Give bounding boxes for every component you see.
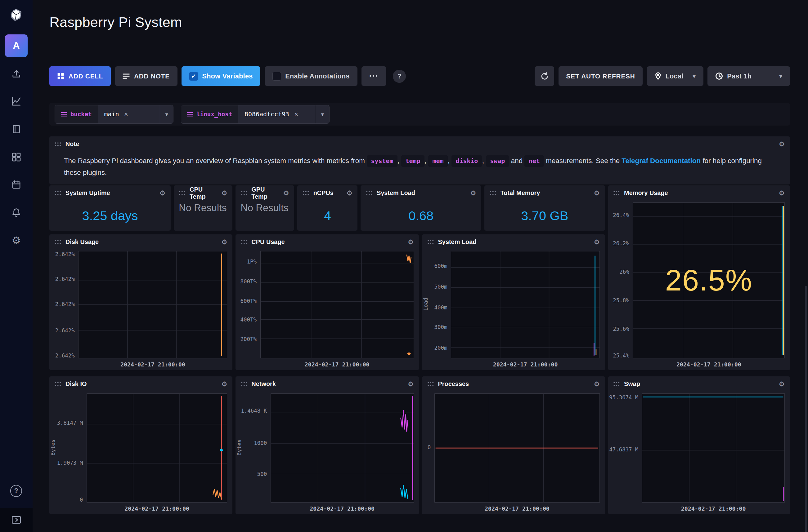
time-range-label: Past 1h <box>727 72 752 80</box>
drag-handle-icon[interactable] <box>55 142 61 147</box>
x-axis-label: 2024-02-17 21:00:00 <box>271 505 414 512</box>
enable-annotations-label: Enable Annotations <box>285 72 350 80</box>
gear-icon[interactable]: ⚙ <box>160 189 165 197</box>
drag-handle-icon[interactable] <box>490 191 496 195</box>
notebooks-icon[interactable] <box>10 123 22 135</box>
add-cell-label: ADD CELL <box>69 73 103 80</box>
drag-handle-icon[interactable] <box>241 382 247 386</box>
cell-swap: Swap ⚙ 95.3674 M 47.6837 M <box>608 376 790 514</box>
refresh-icon[interactable] <box>535 66 554 86</box>
drag-handle-icon[interactable] <box>55 191 61 195</box>
swap-plot[interactable] <box>642 394 785 502</box>
gear-icon[interactable]: ⚙ <box>779 380 785 388</box>
dashboards-icon[interactable] <box>10 151 22 163</box>
disk-io-plot[interactable] <box>87 394 227 502</box>
bucket-select[interactable]: main × <box>98 106 160 124</box>
code-tag: swap <box>486 155 509 167</box>
drag-handle-icon[interactable] <box>613 382 620 386</box>
sidebar-bottom: ? <box>0 485 33 532</box>
gear-icon[interactable]: ⚙ <box>221 380 227 388</box>
drag-handle-icon[interactable] <box>241 240 247 244</box>
alerts-bell-icon[interactable] <box>10 207 22 219</box>
cell-network: Network ⚙ Bytes 1.4648 K 1000 500 <box>236 376 419 514</box>
memory-usage-value: 26.5% <box>633 263 785 297</box>
tasks-calendar-icon[interactable] <box>10 178 22 191</box>
processes-plot[interactable] <box>435 394 600 502</box>
gear-icon[interactable]: ⚙ <box>594 238 600 246</box>
set-auto-refresh-button[interactable]: SET AUTO REFRESH <box>558 66 643 86</box>
cell-cpu-usage: CPU Usage ⚙ 1P% 800T% 600T% 400T% 200T% <box>236 234 419 370</box>
drag-handle-icon[interactable] <box>427 382 434 386</box>
drag-handle-icon[interactable] <box>179 191 186 195</box>
sidebar-nav: ⚙ <box>10 68 22 247</box>
scrollbar[interactable] <box>805 286 807 532</box>
drag-handle-icon[interactable] <box>302 191 309 195</box>
gear-icon[interactable]: ⚙ <box>779 140 785 148</box>
gear-icon[interactable]: ⚙ <box>221 189 227 197</box>
cell-title: Disk Usage <box>66 239 99 246</box>
drag-handle-icon[interactable] <box>427 240 434 244</box>
enable-annotations-toggle[interactable]: Enable Annotations <box>265 66 357 86</box>
more-icon: ··· <box>369 72 379 81</box>
gear-icon[interactable]: ⚙ <box>594 189 600 197</box>
upload-icon[interactable] <box>10 68 22 80</box>
variable-bucket-handle[interactable]: bucket <box>55 106 98 124</box>
drag-handle-icon[interactable] <box>55 240 61 244</box>
code-tag: temp <box>401 155 424 167</box>
gear-icon[interactable]: ⚙ <box>408 380 414 388</box>
cell-gpu-temp: GPU Temp ⚙ No Results <box>236 185 294 231</box>
system-load-plot[interactable] <box>451 251 600 358</box>
cell-title: nCPUs <box>313 189 334 196</box>
gear-icon[interactable]: ⚙ <box>283 189 289 197</box>
memory-usage-plot[interactable]: 26.5% <box>633 203 785 358</box>
drag-handle-icon[interactable] <box>241 191 247 195</box>
x-axis-label: 2024-02-17 21:00:00 <box>642 505 785 512</box>
network-plot[interactable] <box>271 394 414 502</box>
checkbox-checked-icon[interactable]: ✓ <box>189 72 198 81</box>
clear-icon[interactable]: × <box>294 110 298 118</box>
chevron-down-icon[interactable]: ▾ <box>160 106 173 124</box>
stat-value: 0.68 <box>408 208 434 223</box>
cpu-usage-plot[interactable] <box>260 251 414 358</box>
influxdb-logo[interactable] <box>10 9 22 21</box>
chevron-down-icon[interactable]: ▾ <box>316 106 329 124</box>
time-range-dropdown[interactable]: Past 1h ▾ <box>708 66 790 86</box>
cell-disk-io: Disk IO ⚙ Bytes 3.8147 M 1.9073 M 0 <box>49 376 233 514</box>
timezone-dropdown[interactable]: Local ▾ <box>647 66 703 86</box>
timezone-label: Local <box>665 72 683 80</box>
telegraf-documentation-link[interactable]: Telegraf Documentation <box>622 157 701 165</box>
drag-handle-icon[interactable] <box>613 191 620 195</box>
add-cell-button[interactable]: ADD CELL <box>49 66 111 86</box>
cell-disk-usage: Disk Usage ⚙ 2.642% 2.642% 2.642% 2.642%… <box>49 234 233 370</box>
avatar[interactable]: A <box>5 34 27 57</box>
x-axis-label: 2024-02-17 21:00:00 <box>78 361 227 368</box>
disk-usage-plot[interactable] <box>78 251 227 358</box>
host-selected-value: 8086adfccf93 <box>244 111 289 118</box>
gear-icon[interactable]: ⚙ <box>779 189 785 197</box>
settings-gear-icon[interactable]: ⚙ <box>10 234 22 246</box>
gear-icon[interactable]: ⚙ <box>347 189 352 197</box>
variable-host-handle[interactable]: linux_host <box>181 106 239 124</box>
help-icon[interactable]: ? <box>10 485 22 497</box>
add-note-button[interactable]: ADD NOTE <box>115 66 178 86</box>
drag-handle-icon[interactable] <box>366 191 373 195</box>
more-options-button[interactable]: ··· <box>362 66 386 86</box>
drag-handle-icon[interactable] <box>55 382 61 386</box>
data-explorer-icon[interactable] <box>10 95 22 108</box>
cell-title: Processes <box>438 380 469 387</box>
gear-icon[interactable]: ⚙ <box>594 380 600 388</box>
gear-icon[interactable]: ⚙ <box>221 238 227 246</box>
x-axis-label: 2024-02-17 21:00:00 <box>633 361 785 368</box>
cell-title: Disk IO <box>66 380 87 387</box>
linux-host-select[interactable]: 8086adfccf93 × <box>238 106 316 124</box>
gear-icon[interactable]: ⚙ <box>470 189 476 197</box>
cell-title: Note <box>66 140 79 148</box>
help-question-icon[interactable]: ? <box>393 70 406 83</box>
show-variables-toggle[interactable]: ✓ Show Variables <box>182 66 260 86</box>
chevron-down-icon: ▾ <box>779 73 782 80</box>
checkbox-empty-icon[interactable] <box>272 72 281 81</box>
clear-icon[interactable]: × <box>124 110 128 118</box>
expand-sidebar-icon[interactable] <box>0 508 33 532</box>
chevron-down-icon: ▾ <box>693 73 696 80</box>
gear-icon[interactable]: ⚙ <box>408 238 414 246</box>
